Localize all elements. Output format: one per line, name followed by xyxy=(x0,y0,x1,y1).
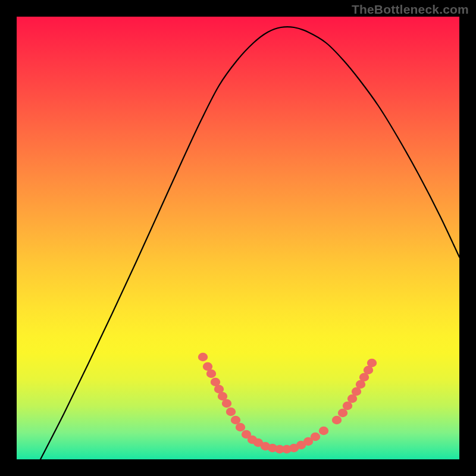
highlight-marker xyxy=(332,416,342,424)
chart-svg xyxy=(17,17,459,459)
highlight-marker xyxy=(343,402,352,410)
watermark-text: TheBottleneck.com xyxy=(352,2,469,17)
chart-plot-area xyxy=(17,17,459,459)
highlight-marker xyxy=(226,408,236,416)
highlight-marker xyxy=(231,416,240,424)
highlight-marker xyxy=(319,427,328,435)
highlight-marker xyxy=(338,409,347,417)
highlight-marker xyxy=(311,433,320,441)
highlight-marker xyxy=(236,423,245,431)
highlight-marker xyxy=(206,369,216,378)
highlight-marker-group xyxy=(198,353,377,453)
highlight-marker xyxy=(198,353,208,361)
highlight-marker xyxy=(222,399,231,408)
highlight-marker xyxy=(367,359,377,367)
bottleneck-curve-line xyxy=(40,27,459,459)
